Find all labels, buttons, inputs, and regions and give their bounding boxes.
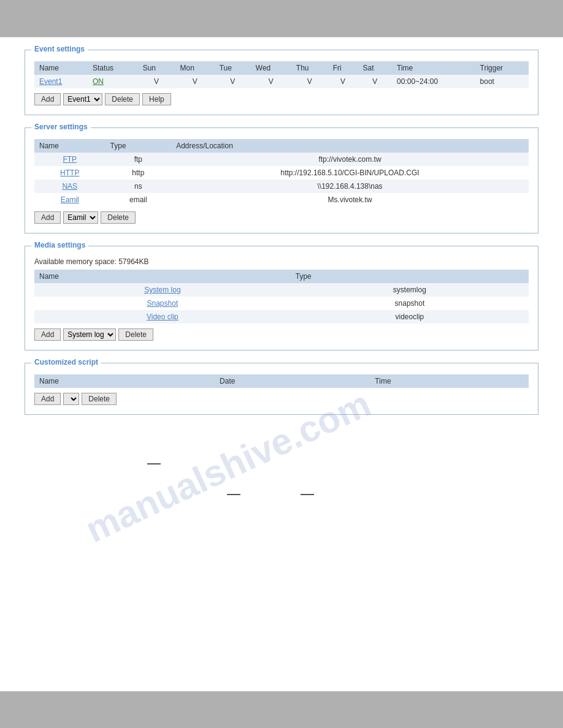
col-time: Time	[392, 61, 475, 75]
server-address: Ms.vivotek.tw	[171, 193, 529, 207]
event-trigger: boot	[475, 75, 529, 88]
server-table-row: Eamil email Ms.vivotek.tw	[34, 193, 529, 207]
dash1	[147, 458, 161, 466]
event-delete-button[interactable]: Delete	[105, 93, 140, 105]
media-table-row: Video clip videoclip	[34, 310, 529, 324]
media-delete-button[interactable]: Delete	[118, 328, 153, 341]
event-name[interactable]: Event1	[34, 75, 88, 88]
col-tue: Tue	[215, 61, 251, 75]
media-settings-table: Name Type System log systemlog Snapshot …	[34, 270, 529, 324]
server-type: email	[105, 193, 172, 207]
media-type: videoclip	[291, 310, 529, 324]
server-settings-section: Server settings Name Type Address/Locati…	[25, 127, 538, 233]
col-trigger: Trigger	[475, 61, 529, 75]
media-type: systemlog	[291, 283, 529, 297]
col-fri: Fri	[328, 61, 358, 75]
col-sat: Sat	[358, 61, 392, 75]
script-add-button[interactable]: Add	[34, 393, 61, 405]
col-mon: Mon	[175, 61, 215, 75]
event-fri: V	[328, 75, 358, 88]
script-btn-row: Add Delete	[34, 393, 529, 405]
header-bar	[0, 0, 563, 37]
watermark-area: manualshive.com	[25, 427, 538, 550]
script-col-name: Name	[34, 374, 215, 388]
event-help-button[interactable]: Help	[142, 93, 171, 105]
server-table-row: NAS ns \\192.168.4.138\nas	[34, 180, 529, 193]
server-add-button[interactable]: Add	[34, 211, 61, 224]
event-status[interactable]: ON	[88, 75, 138, 88]
event-mon: V	[175, 75, 215, 88]
media-name[interactable]: Video clip	[34, 310, 291, 324]
server-address: http://192.168.5.10/CGI-BIN/UPLOAD.CGI	[171, 166, 529, 180]
server-btn-row: Add Eamil Delete	[34, 211, 529, 224]
event-btn-row: Add Event1 Delete Help	[34, 93, 529, 105]
media-col-type: Type	[291, 270, 529, 283]
server-col-address: Address/Location	[171, 139, 529, 153]
media-col-name: Name	[34, 270, 291, 283]
media-btn-row: Add System log Delete	[34, 328, 529, 341]
media-dropdown[interactable]: System log	[63, 328, 116, 341]
server-address: ftp://vivotek.com.tw	[171, 153, 529, 166]
server-name[interactable]: Eamil	[34, 193, 105, 207]
server-settings-table: Name Type Address/Location FTP ftp ftp:/…	[34, 139, 529, 207]
dash3	[301, 488, 314, 497]
col-thu: Thu	[291, 61, 328, 75]
server-type: ns	[105, 180, 172, 193]
server-name[interactable]: FTP	[34, 153, 105, 166]
server-col-type: Type	[105, 139, 172, 153]
media-table-row: Snapshot snapshot	[34, 297, 529, 310]
col-wed: Wed	[251, 61, 291, 75]
event-settings-section: Event settings Name Status Sun Mon Tue W…	[25, 50, 538, 115]
server-settings-title: Server settings	[31, 123, 91, 131]
footer-bar	[0, 691, 563, 728]
server-name[interactable]: HTTP	[34, 166, 105, 180]
script-dropdown[interactable]	[63, 393, 79, 405]
media-type: snapshot	[291, 297, 529, 310]
media-table-row: System log systemlog	[34, 283, 529, 297]
event-time: 00:00~24:00	[392, 75, 475, 88]
server-table-row: FTP ftp ftp://vivotek.com.tw	[34, 153, 529, 166]
event-thu: V	[291, 75, 328, 88]
event-wed: V	[251, 75, 291, 88]
media-name[interactable]: Snapshot	[34, 297, 291, 310]
customized-script-section: Customized script Name Date Time Add	[25, 363, 538, 415]
event-settings-table: Name Status Sun Mon Tue Wed Thu Fri Sat …	[34, 61, 529, 88]
script-col-time: Time	[370, 374, 529, 388]
media-settings-title: Media settings	[31, 241, 88, 249]
memory-info: Available memory space: 57964KB	[34, 257, 529, 266]
event-sun: V	[138, 75, 175, 88]
server-col-name: Name	[34, 139, 105, 153]
script-col-date: Date	[215, 374, 370, 388]
server-delete-button[interactable]: Delete	[101, 211, 136, 224]
event-dropdown[interactable]: Event1	[63, 93, 102, 105]
col-status: Status	[88, 61, 138, 75]
event-tue: V	[215, 75, 251, 88]
event-table-row: Event1 ON V V V V V V V 00:00~24:00 boot	[34, 75, 529, 88]
col-sun: Sun	[138, 61, 175, 75]
media-add-button[interactable]: Add	[34, 328, 61, 341]
col-name: Name	[34, 61, 88, 75]
event-settings-title: Event settings	[31, 45, 88, 53]
server-name[interactable]: NAS	[34, 180, 105, 193]
dash2	[227, 488, 240, 497]
server-table-row: HTTP http http://192.168.5.10/CGI-BIN/UP…	[34, 166, 529, 180]
customized-script-title: Customized script	[31, 358, 101, 366]
server-address: \\192.168.4.138\nas	[171, 180, 529, 193]
event-add-button[interactable]: Add	[34, 93, 61, 105]
event-sat: V	[358, 75, 392, 88]
customized-script-table: Name Date Time	[34, 374, 529, 388]
media-settings-section: Media settings Available memory space: 5…	[25, 246, 538, 351]
server-dropdown[interactable]: Eamil	[63, 211, 98, 224]
media-name[interactable]: System log	[34, 283, 291, 297]
server-type: http	[105, 166, 172, 180]
script-delete-button[interactable]: Delete	[82, 393, 117, 405]
server-type: ftp	[105, 153, 172, 166]
